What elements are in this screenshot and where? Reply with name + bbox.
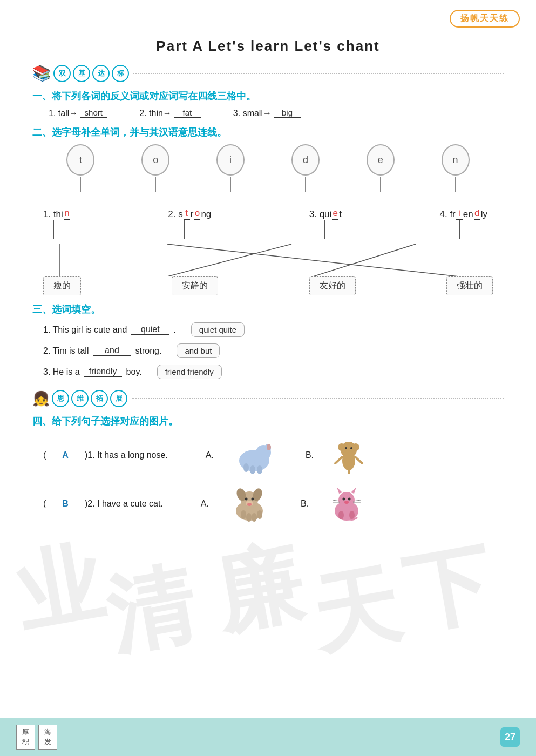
page-number: 27 [500,727,520,747]
badge4-circle-3: 拓 [91,390,108,407]
balloon-o: o [141,144,169,192]
bottom-left: 厚 积 海 发 [16,725,57,750]
crossing-lines-svg [38,244,507,276]
svg-point-34 [257,510,262,519]
match-item-1: ( A )1. It has a long nose. A. B. [43,436,493,474]
svg-point-19 [342,451,355,470]
badge4-circle-2: 维 [71,390,89,407]
balloon-circle-i: i [216,144,245,176]
meanings-row: 瘦的 安静的 友好的 强壮的 [43,276,493,295]
word-4: 4. fr i en d ly [440,208,488,239]
meaning-3: 友好的 [309,276,356,295]
svg-point-33 [252,513,257,522]
svg-line-21 [355,457,362,463]
svg-point-28 [251,498,254,501]
option-box-1: quiet quite [191,322,245,337]
word-1-connector [53,220,54,239]
fill-blank-2: and [93,346,131,356]
svg-point-15 [352,443,359,451]
svg-marker-37 [337,487,342,494]
section3-instruction: 三、选词填空。 [32,303,504,316]
svg-point-14 [338,443,345,451]
section4-instruction: 四、给下列句子选择对应的图片。 [32,415,504,428]
antonym-answer-3: big [274,108,301,118]
balloon-row: t o i d e n [43,144,493,192]
dog-image [225,485,274,523]
balloon-string-d [305,177,306,192]
match-answer-1: A [62,450,69,460]
badge-circle-4: 标 [112,65,129,82]
balloon-e: e [367,144,395,192]
fill-item-2: 2. Tim is tall and strong. and but [43,343,493,358]
word-1-text: 1. thi n [43,208,70,220]
badge-circle-1: 双 [53,65,71,82]
watermark-3: 廉 [206,525,311,655]
svg-line-1 [167,244,459,276]
bottom-bar: 厚 积 海 发 27 [0,718,536,756]
section4-badge: 思 维 拓 展 [52,390,127,407]
balloon-circle-e: e [367,144,395,176]
balloon-circle-n: n [442,144,470,176]
svg-point-47 [349,511,355,519]
section1-badge: 双 基 达 标 [53,65,129,82]
word-4-connector [459,220,460,239]
top-badge: 扬帆天天练 [450,10,520,28]
balloon-d: d [291,144,320,192]
page: 扬帆天天练 Part A Let's learn Let's chant 📚 双… [0,0,536,756]
section1-header-bar: 📚 双 基 达 标 [32,64,504,82]
svg-point-27 [245,498,247,501]
fill-blank-1: quiet [131,325,169,335]
cat-image [325,485,368,523]
svg-marker-38 [351,487,356,494]
balloon-i: i [216,144,245,192]
svg-line-20 [335,457,342,463]
svg-line-2 [167,244,291,276]
antonym-answer-1: short [80,108,107,118]
balloon-string-t [80,177,81,192]
watermark-1: 业 [6,525,112,655]
fill-item-3: 3. He is a friendly boy. friend friendly [43,364,493,379]
section2-instruction: 二、选字母补全单词，并与其汉语意思连线。 [32,126,504,139]
bottom-box-1: 厚 积 [16,725,35,750]
svg-point-31 [241,510,246,519]
balloon-circle-o: o [141,144,169,176]
elephant-image [230,436,279,474]
meaning-1: 瘦的 [43,276,81,295]
fill-blank-3: friendly [84,367,122,377]
monkey-image [330,436,368,474]
svg-point-39 [343,498,345,501]
word-2-text: 2. s t r o ng [168,208,211,220]
section1-divider [133,73,504,74]
svg-point-40 [348,498,351,501]
antonym-item-2: 2. thin→ fat [139,108,201,118]
badge4-circle-1: 思 [52,390,69,407]
watermark-4: 天 [303,546,409,677]
antonym-answer-2: fat [174,108,201,118]
option-box-3: friend friendly [157,364,222,379]
svg-point-30 [247,503,252,506]
svg-point-32 [246,513,252,522]
word-2-connector [184,220,185,239]
antonym-item-1: 1. tall→ short [49,108,107,118]
svg-point-8 [250,465,255,474]
svg-point-36 [338,492,355,508]
svg-point-46 [338,511,344,519]
watermark-5: 下 [395,525,500,655]
svg-point-9 [257,465,262,474]
match-answer-2: B [62,499,69,509]
word-3-connector [324,220,325,239]
meaning-4: 强壮的 [446,276,493,295]
watermark-2: 清 [98,546,203,677]
badge-circle-2: 基 [73,65,90,82]
svg-line-3 [313,244,416,276]
balloon-string-o [155,177,156,192]
word-1: 1. thi n [43,208,70,239]
svg-point-7 [243,463,249,472]
svg-point-17 [345,447,347,449]
balloon-circle-d: d [291,144,320,176]
word-3-text: 3. qui e t [309,208,342,220]
option-box-2: and but [177,343,220,358]
main-title: Part A Let's learn Let's chant [32,38,504,55]
match-item-2: ( B )2. I have a cute cat. A. B. [43,485,493,523]
badge-circle-3: 达 [92,65,110,82]
